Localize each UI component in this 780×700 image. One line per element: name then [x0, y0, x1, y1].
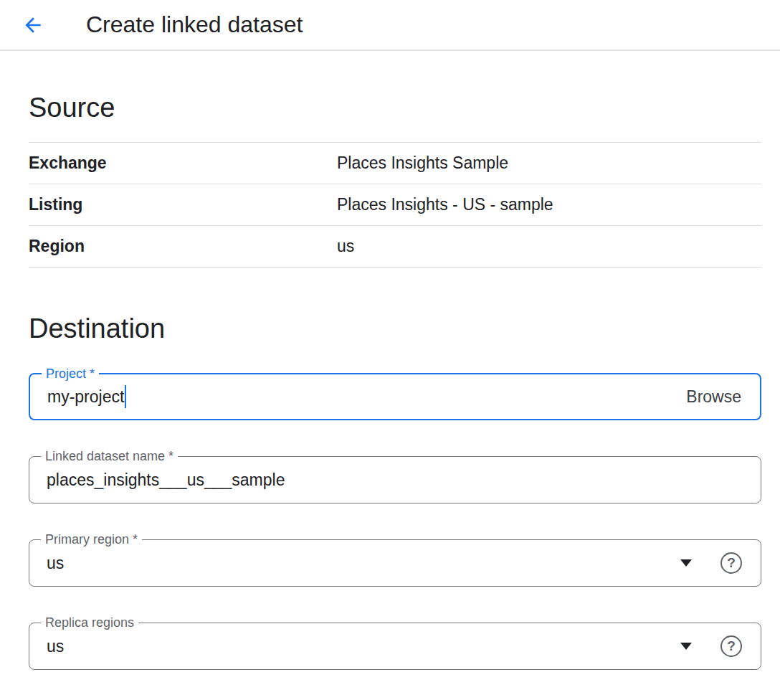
primary-region-label: Primary region *: [41, 531, 142, 547]
listing-label: Listing: [29, 195, 337, 214]
dropdown-arrow-icon[interactable]: [680, 643, 692, 650]
linked-dataset-name-label: Linked dataset name *: [41, 448, 178, 464]
project-field-wrap: Project * my-project Browse: [29, 373, 761, 420]
help-icon[interactable]: ?: [720, 635, 742, 657]
main-content: Source Exchange Places Insights Sample L…: [0, 93, 780, 670]
region-value: us: [337, 237, 354, 256]
back-button[interactable]: [22, 14, 44, 37]
browse-button[interactable]: Browse: [686, 387, 741, 407]
page-header: Create linked dataset: [0, 0, 780, 51]
table-row-listing: Listing Places Insights - US - sample: [29, 184, 761, 226]
table-row-exchange: Exchange Places Insights Sample: [29, 143, 761, 184]
primary-region-value: us: [47, 554, 64, 573]
project-field[interactable]: Project * my-project Browse: [29, 373, 761, 420]
linked-dataset-name-field-wrap: Linked dataset name * places_insights___…: [29, 456, 761, 503]
exchange-label: Exchange: [29, 153, 337, 173]
exchange-value: Places Insights Sample: [337, 153, 508, 173]
source-heading: Source: [29, 93, 761, 123]
dropdown-arrow-icon[interactable]: [680, 559, 692, 567]
primary-region-select[interactable]: Primary region * us ?: [29, 539, 761, 587]
region-label: Region: [29, 237, 337, 256]
destination-heading: Destination: [29, 313, 761, 344]
table-row-region: Region us: [29, 226, 761, 268]
primary-region-field-wrap: Primary region * us ?: [29, 539, 761, 587]
help-icon[interactable]: ?: [720, 552, 742, 574]
linked-dataset-name-field[interactable]: Linked dataset name * places_insights___…: [29, 456, 761, 503]
listing-value: Places Insights - US - sample: [337, 195, 553, 214]
text-cursor: [125, 385, 126, 408]
replica-regions-select[interactable]: Replica regions us ?: [29, 623, 761, 670]
replica-regions-label: Replica regions: [41, 615, 138, 630]
project-field-label: Project *: [42, 366, 99, 382]
replica-regions-value: us: [47, 637, 64, 656]
arrow-back-icon: [22, 14, 44, 37]
page-title: Create linked dataset: [86, 11, 303, 38]
project-input-value[interactable]: my-project: [47, 387, 124, 407]
replica-regions-field-wrap: Replica regions us ?: [29, 623, 761, 670]
source-table: Exchange Places Insights Sample Listing …: [29, 142, 761, 268]
linked-dataset-name-value[interactable]: places_insights___us___sample: [47, 470, 285, 490]
